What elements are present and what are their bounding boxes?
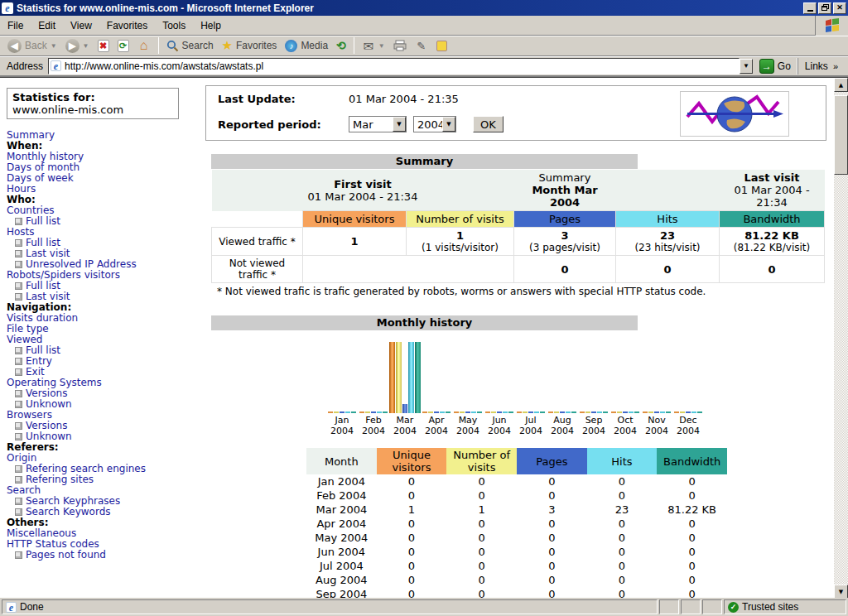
forward-dropdown-icon[interactable]: ▼ — [83, 42, 89, 50]
print-button[interactable] — [389, 38, 411, 53]
summary-header-spacer — [616, 170, 720, 211]
bar-pages — [686, 411, 691, 413]
mail-dropdown-icon[interactable]: ▼ — [378, 42, 385, 50]
monthly-cell: 0 — [517, 587, 587, 598]
summary-col-bandwidth: Bandwidth — [720, 211, 825, 228]
monthly-col-month: Month — [306, 448, 377, 474]
scroll-down-button[interactable]: ▼ — [834, 585, 848, 598]
edit-button[interactable]: ✎ — [411, 37, 432, 54]
monthly-cell: Apr 2004 — [306, 517, 377, 531]
menu-favorites[interactable]: Favorites — [99, 17, 155, 34]
bar-pages — [465, 411, 470, 413]
vertical-scrollbar[interactable]: ▲ ▼ — [834, 78, 848, 598]
viewed-traffic-value: 1(1 visits/visitor) — [407, 228, 514, 256]
ok-button[interactable]: OK — [473, 116, 504, 132]
bar-hits — [629, 411, 634, 413]
monthly-cell: 0 — [446, 545, 517, 559]
bar-unique-visitors — [611, 411, 616, 413]
bar-hits — [691, 411, 696, 413]
menu-edit[interactable]: Edit — [31, 17, 63, 34]
year-select-arrow-icon[interactable]: ▼ — [442, 117, 455, 132]
mail-button[interactable]: ✉ ▼ — [358, 37, 389, 54]
sidebar-subitem-pages-not-found[interactable]: Pages not found — [7, 550, 202, 561]
bar-number-of-visits — [396, 342, 402, 413]
refresh-button[interactable]: ⟳ — [113, 38, 133, 54]
monthly-cell: 81.22 KB — [657, 503, 727, 517]
forward-button[interactable]: ▶ ▼ — [61, 37, 94, 55]
window-title: Statistics for www.online-mis.com - Micr… — [17, 2, 802, 14]
monthly-cell: 0 — [446, 587, 517, 598]
chart-month-nov-2004 — [641, 340, 672, 413]
summary-section-title: Summary — [211, 154, 638, 169]
bullet-icon — [15, 368, 22, 376]
go-button[interactable]: → Go — [753, 59, 797, 74]
menu-file[interactable]: File — [0, 17, 31, 34]
back-dropdown-icon[interactable]: ▼ — [51, 42, 57, 50]
menu-items: FileEditViewFavoritesToolsHelp — [0, 17, 229, 34]
site-name: www.online-mis.com — [12, 103, 173, 116]
month-select[interactable]: Mar ▼ — [349, 116, 407, 132]
status-page-icon: e — [6, 602, 17, 613]
monthly-cell: 0 — [587, 488, 658, 503]
sidebar-item-days-of-week[interactable]: Days of week — [7, 173, 202, 184]
monthly-cell: 0 — [377, 517, 447, 531]
monthly-cell: 0 — [377, 474, 447, 488]
monthly-cell: 0 — [587, 545, 658, 559]
sidebar-menu: SummaryWhen:Monthly historyDays of month… — [7, 130, 202, 561]
scrollbar-thumb[interactable] — [834, 95, 848, 175]
address-dropdown-button[interactable]: ▼ — [740, 59, 753, 74]
bullet-icon — [15, 218, 22, 225]
search-button[interactable]: Search — [162, 38, 218, 54]
monthly-cell: 0 — [657, 474, 727, 488]
sidebar-item-hours[interactable]: Hours — [7, 184, 202, 195]
address-input[interactable]: e http://www.online-mis.com/awstats/awst… — [48, 58, 740, 75]
monthly-col-hits: Hits — [587, 448, 658, 474]
address-bar: Address e http://www.online-mis.com/awst… — [0, 56, 848, 77]
monthly-cell: 3 — [517, 503, 587, 517]
restore-button[interactable] — [818, 2, 831, 14]
month-select-arrow-icon[interactable]: ▼ — [393, 117, 406, 132]
monthly-cell: 0 — [517, 559, 587, 573]
bar-hits — [566, 411, 571, 413]
monthly-cell: Aug 2004 — [306, 573, 377, 587]
not-viewed-traffic-value: 0 — [720, 256, 825, 283]
trusted-sites-icon: ✓ — [728, 602, 739, 613]
discuss-button[interactable] — [432, 39, 451, 53]
mail-icon: ✉ — [362, 39, 375, 52]
bar-number-of-visits — [680, 411, 685, 413]
security-zone-pane: ✓ Trusted sites — [724, 599, 846, 614]
year-select[interactable]: 2004 ▼ — [413, 116, 456, 132]
monthly-cell: 0 — [377, 488, 447, 503]
favorites-button[interactable]: ★ Favorites — [218, 36, 282, 55]
home-button[interactable]: ⌂ — [133, 37, 155, 54]
monthly-row: Sep 200400000 — [306, 587, 727, 598]
links-toolbar[interactable]: Links » — [797, 58, 846, 75]
stop-button[interactable]: ✖ — [94, 38, 113, 54]
menu-view[interactable]: View — [63, 17, 99, 34]
summary-col-number-of-visits: Number of visits — [407, 211, 514, 228]
sidebar-subitem-full-list[interactable]: Full list — [7, 216, 202, 227]
bar-number-of-visits — [428, 411, 433, 413]
chart-month-jan-2004 — [326, 340, 358, 413]
status-pane — [659, 599, 679, 614]
back-button[interactable]: ◀ Back ▼ — [3, 37, 61, 55]
minimize-button[interactable] — [803, 2, 817, 14]
menu-help[interactable]: Help — [193, 17, 229, 34]
media-button[interactable]: ♪ Media — [281, 38, 332, 54]
chart-month-label: Jan2004 — [326, 415, 358, 436]
bar-number-of-visits — [648, 411, 653, 413]
close-button[interactable]: ✕ — [833, 2, 846, 14]
bar-hits — [377, 411, 382, 413]
last-visit-header: Last visit 01 Mar 2004 - 21:34 — [720, 170, 825, 211]
menu-tools[interactable]: Tools — [155, 17, 193, 34]
monthly-cell: 0 — [517, 517, 587, 531]
scroll-up-button[interactable]: ▲ — [834, 78, 848, 92]
go-icon: → — [759, 59, 774, 74]
chart-month-feb-2004 — [358, 340, 389, 413]
history-button[interactable]: ⟲ — [332, 37, 350, 54]
bar-bandwidth — [351, 411, 356, 413]
monthly-cell: Jan 2004 — [306, 474, 377, 488]
monthly-col-number-of-visits: Number of visits — [446, 448, 517, 474]
bar-number-of-visits — [334, 411, 339, 413]
monthly-cell: 0 — [517, 531, 587, 545]
